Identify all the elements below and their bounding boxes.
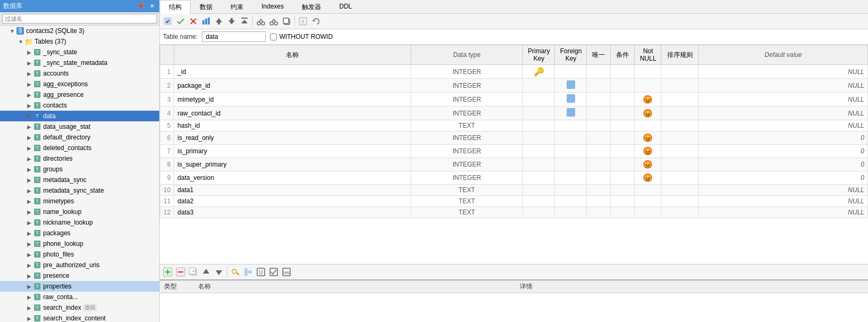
filter-input[interactable] <box>2 14 157 23</box>
tab-structure[interactable]: 结构 <box>160 0 191 14</box>
table-item-default-dir[interactable]: ▶ T default_directory <box>0 132 159 143</box>
col-default[interactable]: 0 <box>699 158 868 171</box>
col-collation[interactable] <box>661 120 699 131</box>
col-fk[interactable] <box>555 131 587 145</box>
col-pk[interactable]: 🔑 <box>523 65 555 79</box>
col-pk[interactable] <box>523 196 555 207</box>
col-datatype[interactable]: TEXT <box>411 185 523 196</box>
toolbar-down-btn[interactable] <box>226 15 238 27</box>
table-item-search-index-content[interactable]: ▶ T search_index_content <box>0 313 159 322</box>
table-item-presence[interactable]: ▶ T presence <box>0 270 159 281</box>
col-datatype[interactable]: INTEGER <box>411 79 523 93</box>
toolbar-cut2-btn[interactable] <box>268 15 280 27</box>
without-rowid-checkbox[interactable] <box>270 34 277 40</box>
col-name[interactable]: hash_id <box>174 120 411 131</box>
toolbar-accept-btn[interactable] <box>175 15 186 27</box>
col-collation[interactable] <box>661 145 699 158</box>
col-fk[interactable] <box>555 79 587 93</box>
table-item-accounts[interactable]: ▶ T accounts <box>0 68 159 79</box>
table-item-sync-state-meta[interactable]: ▶ T _sync_state_metadata <box>0 57 159 68</box>
table-item-groups[interactable]: ▶ T groups <box>0 164 159 175</box>
col-pk[interactable] <box>523 93 555 106</box>
bottom-check-btn[interactable] <box>268 266 280 278</box>
bottom-duplicate-btn[interactable]: + <box>187 266 199 278</box>
col-pk[interactable] <box>523 79 555 93</box>
col-unique[interactable] <box>587 185 611 196</box>
table-row[interactable]: 3 mimetype_id INTEGER 😡 NULL <box>160 93 868 106</box>
toolbar-import-btn[interactable]: ↑ <box>297 15 309 27</box>
col-check[interactable] <box>611 145 635 158</box>
table-item-raw-contacts[interactable]: ▶ T raw_conta... <box>0 292 159 302</box>
col-collation[interactable] <box>661 196 699 207</box>
table-item-phone-lookup[interactable]: ▶ T phone_lookup <box>0 238 159 249</box>
sidebar-pin-button[interactable]: 📌 <box>135 2 146 10</box>
bottom-fk-btn[interactable] <box>242 266 254 278</box>
col-fk[interactable] <box>555 65 587 79</box>
col-notnull[interactable]: 😡 <box>635 106 661 120</box>
table-row[interactable]: 11 data2 TEXT NULL <box>160 196 868 207</box>
tab-triggers[interactable]: 触发器 <box>293 0 330 14</box>
table-item-search-index[interactable]: ▶ T search_index 虚拟 <box>0 302 159 313</box>
tables-group[interactable]: ▼ 📁 Tables (37) <box>0 36 159 47</box>
table-row[interactable]: 7 is_primary INTEGER 😡 0 <box>160 145 868 158</box>
col-collation[interactable] <box>661 185 699 196</box>
col-notnull[interactable]: 😡 <box>635 93 661 106</box>
col-notnull[interactable] <box>635 65 661 79</box>
table-row[interactable]: 4 raw_contact_id INTEGER 😡 NULL <box>160 106 868 120</box>
col-collation[interactable] <box>661 131 699 145</box>
tablename-input[interactable] <box>202 31 266 42</box>
table-row[interactable]: 8 is_super_primary INTEGER 😡 0 <box>160 158 868 171</box>
col-default[interactable]: NULL <box>699 120 868 131</box>
col-name[interactable]: mimetype_id <box>174 93 411 106</box>
col-default[interactable]: NULL <box>699 93 868 106</box>
col-name[interactable]: package_id <box>174 79 411 93</box>
col-default[interactable]: NULL <box>699 207 868 218</box>
bottom-remove-btn[interactable] <box>175 266 186 278</box>
col-datatype[interactable]: INTEGER <box>411 106 523 120</box>
col-check[interactable] <box>611 79 635 93</box>
table-row[interactable]: 12 data3 TEXT NULL <box>160 207 868 218</box>
col-datatype[interactable]: TEXT <box>411 207 523 218</box>
col-name[interactable]: is_primary <box>174 145 411 158</box>
table-item-preauth-uris[interactable]: ▶ T pre_authorized_uris <box>0 260 159 270</box>
col-name[interactable]: is_read_only <box>174 131 411 145</box>
col-unique[interactable] <box>587 120 611 131</box>
col-check[interactable] <box>611 158 635 171</box>
col-unique[interactable] <box>587 171 611 185</box>
col-datatype[interactable]: INTEGER <box>411 93 523 106</box>
col-notnull[interactable] <box>635 79 661 93</box>
bottom-add-btn[interactable] <box>162 266 174 278</box>
col-name[interactable]: is_super_primary <box>174 158 411 171</box>
col-default[interactable]: NULL <box>699 65 868 79</box>
col-fk[interactable] <box>555 207 587 218</box>
col-collation[interactable] <box>661 207 699 218</box>
table-item-agg-presence[interactable]: ▶ T agg_presence <box>0 89 159 100</box>
toolbar-chart-btn[interactable] <box>200 15 212 27</box>
table-item-meta-sync-state[interactable]: ▶ T metadata_sync_state <box>0 185 159 196</box>
col-name[interactable]: data1 <box>174 185 411 196</box>
table-row[interactable]: 1 _id INTEGER 🔑 NULL <box>160 65 868 79</box>
col-notnull[interactable]: 😡 <box>635 131 661 145</box>
table-item-directories[interactable]: ▶ T directories <box>0 153 159 164</box>
col-pk[interactable] <box>523 120 555 131</box>
col-check[interactable] <box>611 106 635 120</box>
col-fk[interactable] <box>555 158 587 171</box>
col-unique[interactable] <box>587 131 611 145</box>
toolbar-cut-btn[interactable] <box>255 15 267 27</box>
col-pk[interactable] <box>523 158 555 171</box>
col-notnull[interactable] <box>635 196 661 207</box>
toolbar-up-btn[interactable] <box>213 15 225 27</box>
col-datatype[interactable]: INTEGER <box>411 145 523 158</box>
col-check[interactable] <box>611 120 635 131</box>
col-check[interactable] <box>611 65 635 79</box>
table-item-properties[interactable]: ▶ T properties <box>0 281 159 292</box>
col-fk[interactable] <box>555 106 587 120</box>
col-fk[interactable] <box>555 185 587 196</box>
col-collation[interactable] <box>661 106 699 120</box>
col-unique[interactable] <box>587 158 611 171</box>
col-notnull[interactable]: 😡 <box>635 171 661 185</box>
col-check[interactable] <box>611 196 635 207</box>
col-collation[interactable] <box>661 93 699 106</box>
col-default[interactable]: 0 <box>699 131 868 145</box>
bottom-move-up-btn[interactable] <box>200 266 212 278</box>
